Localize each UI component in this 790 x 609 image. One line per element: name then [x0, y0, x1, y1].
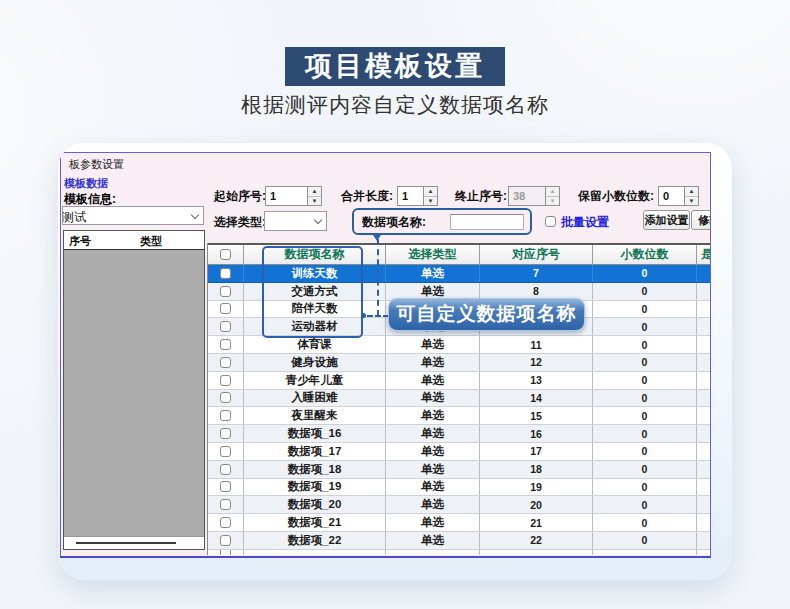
end-seq-value: 38 — [508, 186, 545, 206]
select-all-checkbox[interactable] — [220, 249, 231, 260]
row-checkbox-cell — [208, 461, 244, 478]
table-row-partial — [208, 550, 711, 555]
item-name-input[interactable] — [450, 214, 524, 230]
row-checkbox-cell — [208, 318, 244, 335]
table-row[interactable]: 数据项_20单选200 — [208, 496, 711, 514]
header-extra[interactable]: 是 — [697, 245, 711, 264]
cell-select-type: 单选 — [386, 407, 480, 424]
row-checkbox[interactable] — [220, 481, 231, 492]
left-items-table[interactable]: 序号 类型 — [63, 230, 205, 550]
row-checkbox[interactable] — [220, 268, 231, 279]
cell-seq: 13 — [480, 372, 593, 389]
row-checkbox[interactable] — [220, 446, 231, 457]
header-select-type[interactable]: 选择类型 — [386, 245, 480, 264]
cell-decimals: 0 — [593, 532, 697, 549]
table-row[interactable]: 入睡困难单选140 — [208, 390, 711, 408]
template-settings-dialog: 板参数设置 模板数据 模板信息: 测试 序号 类型 起始序号: 1 ▲▼ 合并长… — [60, 152, 711, 558]
cell-extra — [697, 550, 711, 555]
spinner-arrows-icon[interactable]: ▲▼ — [684, 186, 699, 206]
table-row[interactable]: 青少年儿童单选130 — [208, 372, 711, 390]
cell-decimals: 0 — [593, 354, 697, 371]
table-row[interactable]: 训练天数单选70 — [208, 265, 711, 283]
decimal-value[interactable]: 0 — [658, 186, 684, 206]
cell-seq: 17 — [480, 443, 593, 460]
merge-len-value[interactable]: 1 — [397, 186, 423, 206]
cell-item-name: 数据项_22 — [244, 532, 386, 549]
cell-seq: 15 — [480, 407, 593, 424]
row-checkbox[interactable] — [220, 321, 231, 332]
header-decimals[interactable]: 小数位数 — [593, 245, 697, 264]
cell-extra — [697, 265, 711, 282]
spinner-arrows-icon[interactable]: ▲▼ — [423, 186, 438, 206]
cell-select-type: 单选 — [386, 336, 480, 353]
row-checkbox-cell — [208, 407, 244, 424]
table-row[interactable]: 数据项_22单选220 — [208, 532, 711, 550]
left-table-scrollbar[interactable] — [64, 536, 204, 549]
cell-decimals: 0 — [593, 283, 697, 300]
modify-setting-button[interactable]: 修改 — [691, 210, 711, 230]
table-row[interactable]: 数据项_17单选170 — [208, 443, 711, 461]
row-checkbox-cell — [208, 336, 244, 353]
cell-item-name: 数据项_19 — [244, 479, 386, 496]
row-checkbox[interactable] — [220, 357, 231, 368]
table-row[interactable]: 数据项_16单选160 — [208, 425, 711, 443]
merge-len-label: 合并长度: — [341, 186, 393, 206]
cell-select-type: 单选 — [386, 514, 480, 531]
cell-item-name: 夜里醒来 — [244, 407, 386, 424]
cell-seq: 19 — [480, 479, 593, 496]
cell-select-type: 单选 — [386, 461, 480, 478]
spinner-arrows-icon[interactable]: ▲▼ — [307, 186, 322, 206]
cell-seq — [480, 550, 593, 555]
cell-select-type: 单选 — [386, 496, 480, 513]
cell-extra — [697, 318, 711, 335]
decimal-stepper[interactable]: 0 ▲▼ — [658, 186, 699, 206]
row-checkbox[interactable] — [220, 499, 231, 510]
cell-decimals: 0 — [593, 496, 697, 513]
header-seq[interactable]: 对应序号 — [480, 245, 593, 264]
cell-item-name: 数据项_21 — [244, 514, 386, 531]
template-select[interactable]: 测试 — [62, 206, 204, 225]
table-row[interactable]: 数据项_18单选180 — [208, 461, 711, 479]
table-row[interactable]: 夜里醒来单选150 — [208, 407, 711, 425]
spinner-arrows-icon: ▲▼ — [545, 186, 560, 206]
table-row[interactable]: 健身设施单选120 — [208, 354, 711, 372]
row-checkbox — [220, 550, 231, 555]
cell-decimals: 0 — [593, 390, 697, 407]
row-checkbox-cell — [208, 532, 244, 549]
merge-len-stepper[interactable]: 1 ▲▼ — [397, 186, 438, 206]
cell-decimals: 0 — [593, 407, 697, 424]
row-checkbox[interactable] — [220, 339, 231, 350]
scrollbar-thumb[interactable] — [76, 542, 176, 544]
cell-item-name: 数据项_20 — [244, 496, 386, 513]
cell-select-type: 单选 — [386, 265, 480, 282]
table-row[interactable]: 数据项_19单选190 — [208, 479, 711, 497]
table-row[interactable]: 体育课单选110 — [208, 336, 711, 354]
table-row[interactable]: 数据项_21单选210 — [208, 514, 711, 532]
table-header-row: 数据项名称 选择类型 对应序号 小数位数 是 — [208, 243, 711, 265]
add-setting-button[interactable]: 添加设置 — [643, 210, 690, 230]
cell-select-type: 单选 — [386, 443, 480, 460]
select-type-dropdown[interactable] — [264, 211, 327, 231]
row-checkbox[interactable] — [220, 428, 231, 439]
row-checkbox[interactable] — [220, 410, 231, 421]
row-checkbox[interactable] — [220, 375, 231, 386]
cell-item-name — [244, 550, 386, 555]
cell-decimals: 0 — [593, 461, 697, 478]
cell-extra — [697, 372, 711, 389]
start-seq-value[interactable]: 1 — [265, 186, 307, 206]
header-item-name[interactable]: 数据项名称 — [244, 245, 386, 264]
row-checkbox[interactable] — [220, 464, 231, 475]
row-checkbox[interactable] — [220, 303, 231, 314]
row-checkbox[interactable] — [220, 517, 231, 528]
row-checkbox[interactable] — [220, 535, 231, 546]
row-checkbox[interactable] — [220, 392, 231, 403]
end-seq-stepper: 38 ▲▼ — [508, 186, 560, 206]
cell-extra — [697, 407, 711, 424]
cell-decimals: 0 — [593, 265, 697, 282]
start-seq-stepper[interactable]: 1 ▲▼ — [265, 186, 322, 206]
row-checkbox[interactable] — [220, 286, 231, 297]
cell-item-name: 健身设施 — [244, 354, 386, 371]
cell-extra — [697, 354, 711, 371]
batch-setting-checkbox[interactable] — [545, 216, 556, 227]
cell-select-type: 单选 — [386, 354, 480, 371]
